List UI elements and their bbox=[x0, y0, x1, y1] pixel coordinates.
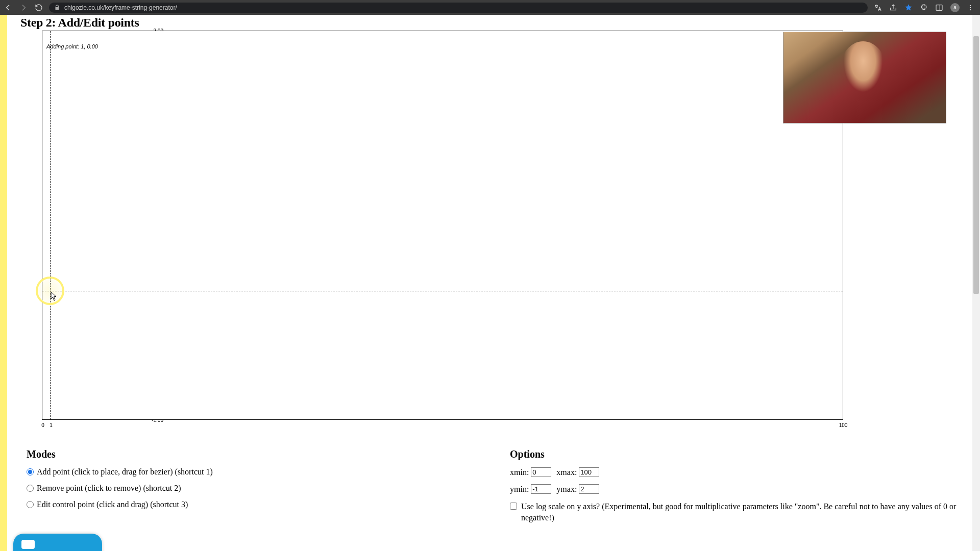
mode-edit-label: Edit control point (click and drag) (sho… bbox=[37, 500, 188, 509]
extensions-icon[interactable] bbox=[920, 4, 928, 12]
y-range-row: ymin: ymax: bbox=[510, 484, 961, 494]
controls: Modes Add point (click to place, drag fo… bbox=[20, 448, 967, 523]
x-tick-label: 100 bbox=[839, 422, 848, 428]
mode-add-radio[interactable] bbox=[27, 468, 34, 475]
bookmark-star-icon[interactable] bbox=[904, 4, 913, 12]
xmin-label: xmin: bbox=[510, 468, 529, 477]
svg-point-3 bbox=[970, 9, 971, 10]
ymin-label: ymin: bbox=[510, 485, 529, 494]
mode-add-point[interactable]: Add point (click to place, drag for bezi… bbox=[27, 467, 477, 477]
sidepanel-icon[interactable] bbox=[935, 4, 943, 12]
chart-status-text: Adding point: 1, 0.00 bbox=[46, 43, 98, 49]
log-scale-label: Use log scale on y axis? (Experimental, … bbox=[521, 501, 960, 523]
ymax-input[interactable] bbox=[579, 484, 599, 494]
mode-remove-label: Remove point (click to remove) (shortcut… bbox=[37, 484, 181, 493]
options-panel: Options xmin: xmax: ymin: ymax: Use log … bbox=[504, 448, 967, 523]
browser-toolbar: chigozie.co.uk/keyframe-string-generator… bbox=[0, 0, 980, 15]
crosshair-vertical bbox=[50, 31, 51, 419]
toolbar-right: a bbox=[874, 3, 976, 12]
address-text: chigozie.co.uk/keyframe-string-generator… bbox=[64, 4, 863, 11]
share-icon[interactable] bbox=[889, 4, 897, 12]
chart: 2.00 0.00 -1.00 0 1 100 Adding point: 1,… bbox=[28, 31, 967, 420]
support-pill-icon bbox=[21, 540, 35, 549]
x-tick-label: 0 bbox=[41, 422, 44, 428]
mode-edit-radio[interactable] bbox=[27, 501, 34, 508]
reload-icon[interactable] bbox=[35, 4, 43, 12]
mode-add-label: Add point (click to place, drag for bezi… bbox=[37, 467, 213, 477]
modes-heading: Modes bbox=[27, 448, 477, 460]
forward-icon[interactable] bbox=[19, 4, 28, 12]
log-scale-row[interactable]: Use log scale on y axis? (Experimental, … bbox=[510, 501, 961, 523]
viewport: Step 2: Add/Edit points 2.00 0.00 -1.00 … bbox=[0, 15, 980, 551]
kebab-menu-icon[interactable] bbox=[967, 4, 974, 12]
modes-panel: Modes Add point (click to place, drag fo… bbox=[20, 448, 483, 523]
ymax-label: ymax: bbox=[556, 485, 577, 494]
ymin-input[interactable] bbox=[531, 484, 551, 494]
mode-edit-control[interactable]: Edit control point (click and drag) (sho… bbox=[27, 500, 477, 509]
x-range-row: xmin: xmax: bbox=[510, 467, 961, 477]
svg-rect-0 bbox=[936, 5, 942, 10]
xmax-label: xmax: bbox=[556, 468, 577, 477]
mode-remove-point[interactable]: Remove point (click to remove) (shortcut… bbox=[27, 484, 477, 493]
xmin-input[interactable] bbox=[531, 467, 551, 477]
x-tick-label: 1 bbox=[50, 422, 53, 428]
options-heading: Options bbox=[510, 448, 961, 460]
support-pill[interactable] bbox=[13, 534, 102, 551]
cursor-icon bbox=[51, 291, 58, 302]
chart-canvas[interactable]: Adding point: 1, 0.00 bbox=[42, 31, 843, 420]
profile-avatar[interactable]: a bbox=[950, 3, 960, 12]
lock-icon bbox=[54, 5, 60, 11]
svg-point-1 bbox=[970, 5, 971, 6]
webcam-overlay bbox=[783, 32, 946, 123]
xmax-input[interactable] bbox=[579, 467, 599, 477]
log-scale-checkbox[interactable] bbox=[510, 503, 517, 510]
mode-remove-radio[interactable] bbox=[27, 485, 34, 492]
back-icon[interactable] bbox=[4, 4, 12, 12]
crosshair-horizontal bbox=[42, 291, 843, 291]
svg-point-2 bbox=[970, 7, 971, 8]
translate-icon[interactable] bbox=[874, 4, 882, 12]
nav-arrows bbox=[4, 4, 43, 12]
address-bar[interactable]: chigozie.co.uk/keyframe-string-generator… bbox=[49, 3, 868, 13]
